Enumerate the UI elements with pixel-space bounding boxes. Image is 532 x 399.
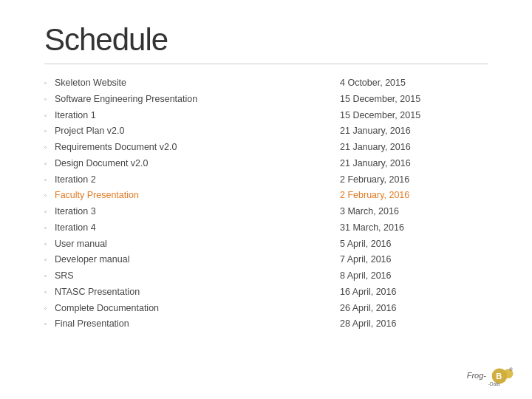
items-column: ◦Skeleton Website◦Software Engineering P… — [44, 76, 340, 333]
bullet-icon: ◦ — [44, 191, 55, 200]
date-value: 2 February, 2016 — [340, 173, 488, 187]
date-value: 21 January, 2016 — [340, 140, 488, 154]
bullet-icon: ◦ — [44, 208, 55, 216]
date-value: 21 January, 2016 — [340, 157, 488, 171]
svg-text:B: B — [496, 372, 502, 381]
item-label: Skeleton Website — [55, 76, 340, 90]
list-item: ◦Skeleton Website — [44, 76, 340, 90]
date-value: 15 December, 2015 — [340, 92, 488, 106]
bullet-icon: ◦ — [44, 256, 55, 265]
list-item: ◦User manual — [44, 237, 340, 251]
logo-text: Frog- — [467, 371, 486, 380]
date-value: 5 April, 2016 — [340, 237, 488, 251]
dates-column: 4 October, 201515 December, 201515 Decem… — [340, 76, 488, 333]
svg-text:®: ® — [510, 367, 514, 372]
list-item: ◦Developer manual — [44, 253, 340, 267]
item-label: Iteration 2 — [55, 173, 340, 187]
bullet-icon: ◦ — [44, 143, 55, 152]
page-title: Schedule — [44, 22, 488, 58]
title-divider — [44, 64, 488, 64]
item-label: Iteration 4 — [55, 221, 340, 235]
item-label: SRS — [55, 269, 340, 283]
item-label: User manual — [55, 237, 340, 251]
list-item: ◦Design Document v2.0 — [44, 157, 340, 171]
svg-text:-Data: -Data — [488, 381, 500, 386]
list-item: ◦Iteration 2 — [44, 173, 340, 187]
item-label: Project Plan v2.0 — [55, 124, 340, 138]
bullet-icon: ◦ — [44, 224, 55, 233]
list-item: ◦Final Presentation — [44, 317, 340, 331]
date-value: 26 April, 2016 — [340, 301, 488, 316]
bullet-icon: ◦ — [44, 79, 55, 88]
list-item: ◦Project Plan v2.0 — [44, 124, 340, 138]
page: Schedule ◦Skeleton Website◦Software Engi… — [0, 0, 532, 399]
bullet-icon: ◦ — [44, 160, 55, 168]
list-item: ◦NTASC Presentation — [44, 285, 340, 299]
date-value: 28 April, 2016 — [340, 317, 488, 331]
list-item: ◦Faculty Presentation — [44, 188, 340, 202]
schedule-container: ◦Skeleton Website◦Software Engineering P… — [44, 76, 488, 333]
item-label: Software Engineering Presentation — [55, 92, 340, 106]
item-label: Final Presentation — [55, 317, 340, 331]
list-item: ◦SRS — [44, 269, 340, 283]
bullet-icon: ◦ — [44, 288, 55, 297]
item-label: Developer manual — [55, 253, 340, 267]
bullet-icon: ◦ — [44, 176, 55, 185]
bullet-icon: ◦ — [44, 272, 55, 281]
item-label: NTASC Presentation — [55, 285, 340, 299]
item-label: Complete Documentation — [55, 301, 340, 316]
date-value: 7 April, 2016 — [340, 253, 488, 267]
item-label: Iteration 1 — [55, 109, 340, 123]
item-label: Faculty Presentation — [55, 188, 340, 202]
bullet-icon: ◦ — [44, 127, 55, 136]
date-value: 21 January, 2016 — [340, 124, 488, 138]
date-value: 15 December, 2015 — [340, 109, 488, 123]
logo-area: Frog- B ® -Data — [467, 364, 517, 387]
bullet-icon: ◦ — [44, 320, 55, 329]
date-value: 4 October, 2015 — [340, 76, 488, 90]
list-item: ◦Requirements Document v2.0 — [44, 140, 340, 154]
bullet-icon: ◦ — [44, 304, 55, 313]
bullet-icon: ◦ — [44, 240, 55, 249]
item-label: Design Document v2.0 — [55, 157, 340, 171]
date-value: 3 March, 2016 — [340, 205, 488, 219]
item-label: Iteration 3 — [55, 205, 340, 219]
item-label: Requirements Document v2.0 — [55, 140, 340, 154]
list-item: ◦Iteration 3 — [44, 205, 340, 219]
date-value: 8 April, 2016 — [340, 269, 488, 283]
list-item: ◦Complete Documentation — [44, 301, 340, 316]
date-value: 2 February, 2016 — [340, 188, 488, 202]
list-item: ◦Iteration 4 — [44, 221, 340, 235]
bullet-icon: ◦ — [44, 95, 55, 104]
list-item: ◦Software Engineering Presentation — [44, 92, 340, 106]
list-item: ◦Iteration 1 — [44, 109, 340, 123]
logo-icon: B ® -Data — [488, 364, 517, 387]
date-value: 16 April, 2016 — [340, 285, 488, 299]
bullet-icon: ◦ — [44, 112, 55, 120]
date-value: 31 March, 2016 — [340, 221, 488, 235]
